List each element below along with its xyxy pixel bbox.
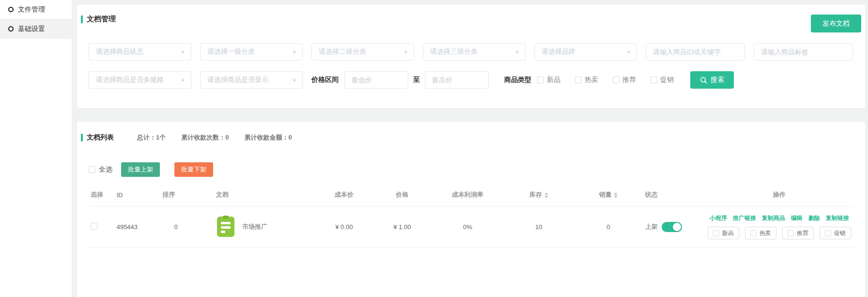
col-sort: 排序 [160, 186, 214, 206]
sidebar-item-label: 文件管理 [18, 5, 45, 14]
filter-row-1: 请选择商品状态 ∨ 请选择一级分类 ∨ 请选择二级分类 ∨ 请选择三级分类 ∨ … [77, 43, 865, 61]
edit-link[interactable]: 编辑 [791, 214, 803, 222]
sidebar-item-label: 基础设置 [18, 25, 45, 33]
col-stock: 库存 [504, 186, 574, 206]
panel-header: 文档管理 发布文档 [77, 11, 865, 32]
title-accent-bar [81, 134, 83, 141]
document-management-panel: 文档管理 发布文档 请选择商品状态 ∨ 请选择一级分类 ∨ 请选择二级分类 ∨ [77, 5, 865, 108]
tag-box-recommend[interactable]: 推荐 [782, 227, 814, 239]
sidebar-item-file-management[interactable]: 文件管理 [0, 0, 72, 19]
chevron-down-icon: ∨ [181, 49, 185, 54]
promo-checkbox[interactable] [651, 77, 657, 83]
visibility-select[interactable]: 请选择商品是否显示 ∨ [200, 71, 303, 89]
col-cost-price: 成本价 [315, 186, 373, 206]
stock-sort-control[interactable] [544, 192, 548, 198]
col-price: 价格 [373, 186, 431, 206]
batch-on-shelf-button[interactable]: 批量上架 [121, 162, 160, 177]
col-profit-rate: 成本利润率 [431, 186, 504, 206]
document-icon [216, 216, 235, 238]
mini-program-link[interactable]: 小程序 [710, 214, 727, 222]
type-option-promo[interactable]: 促销 [651, 76, 674, 84]
row-price: ¥ 1.00 [373, 206, 431, 248]
sort-up-icon[interactable] [614, 192, 618, 195]
promo-link[interactable]: 推广链接 [733, 214, 756, 222]
sort-up-icon[interactable] [544, 192, 548, 195]
select-all-checkbox[interactable] [89, 166, 95, 173]
tag-box-promo[interactable]: 促销 [820, 227, 851, 239]
table-row: 495443 0 市场推广 [89, 206, 853, 248]
circle-icon [8, 7, 14, 12]
sales-sort-control[interactable] [614, 192, 618, 198]
col-select: 选择 [89, 186, 115, 206]
product-status-select[interactable]: 请选择商品状态 ∨ [89, 43, 191, 61]
col-id: ID [115, 186, 161, 206]
copy-url-link[interactable]: 复制链接 [826, 214, 849, 222]
col-document: 文档 [214, 186, 315, 206]
tag-hot-checkbox[interactable] [750, 230, 757, 236]
row-sort: 0 [160, 206, 214, 248]
select-all[interactable]: 全选 [89, 165, 112, 174]
chevron-down-icon: ∨ [292, 77, 296, 82]
category-level3-select[interactable]: 请选择三级分类 ∨ [423, 43, 526, 61]
list-header: 文档列表 总计：1个 累计收款次数：0 累计收款金额：0 [77, 133, 865, 142]
type-option-new[interactable]: 新品 [537, 76, 560, 84]
category-level2-select[interactable]: 请选择二级分类 ∨ [311, 43, 414, 61]
chevron-down-icon: ∨ [403, 49, 408, 54]
batch-off-shelf-button[interactable]: 批量下架 [174, 162, 213, 177]
list-title: 文档列表 [81, 133, 114, 142]
stat-payment-count: 累计收款次数：0 [181, 133, 229, 142]
min-price-input[interactable] [344, 71, 408, 89]
document-cell: 市场推广 [216, 216, 313, 238]
product-tag-input[interactable] [754, 43, 853, 61]
stat-total: 总计：1个 [137, 133, 166, 142]
list-stats: 总计：1个 累计收款次数：0 累计收款金额：0 [137, 133, 292, 142]
title-accent-bar [81, 16, 83, 23]
document-table: 选择 ID 排序 文档 成本价 价格 成本利润率 库存 销量 状态 [89, 186, 853, 248]
recommend-checkbox[interactable] [613, 77, 620, 83]
tag-new-checkbox[interactable] [713, 230, 719, 236]
tag-box-new[interactable]: 新品 [708, 227, 739, 239]
status-toggle[interactable] [662, 222, 682, 232]
product-type-label: 商品类型 [504, 76, 531, 84]
status-cell: 上架 [645, 222, 703, 232]
row-sales: 0 [574, 206, 643, 248]
brand-select[interactable]: 请选择品牌 ∨ [534, 43, 637, 61]
type-option-recommend[interactable]: 推荐 [613, 76, 636, 84]
price-range-label: 价格区间 [311, 76, 339, 84]
multi-spec-select[interactable]: 请选择商品是否多规格 ∨ [89, 71, 191, 89]
filter-row-2: 请选择商品是否多规格 ∨ 请选择商品是否显示 ∨ 价格区间 至 商品类型 新品 [77, 71, 865, 89]
row-cost-price: ¥ 0.00 [315, 206, 373, 248]
category-level1-select[interactable]: 请选择一级分类 ∨ [200, 43, 303, 61]
tag-promo-checkbox[interactable] [825, 230, 831, 236]
chevron-down-icon: ∨ [626, 49, 631, 54]
page: 文件管理 基础设置 文档管理 发布文档 请选择商品状态 ∨ [0, 0, 868, 297]
col-actions: 操作 [705, 186, 853, 206]
sidebar-item-basic-settings[interactable]: 基础设置 [0, 19, 72, 39]
row-checkbox[interactable] [91, 223, 97, 230]
search-button[interactable]: 搜索 [690, 71, 734, 89]
max-price-input[interactable] [425, 71, 489, 89]
type-option-hot[interactable]: 热卖 [575, 76, 598, 84]
toggle-knob [673, 223, 681, 231]
table-header-row: 选择 ID 排序 文档 成本价 价格 成本利润率 库存 销量 状态 [89, 186, 853, 206]
copy-product-link[interactable]: 复制商品 [762, 214, 785, 222]
new-checkbox[interactable] [537, 77, 544, 83]
chevron-down-icon: ∨ [292, 49, 296, 54]
col-sales: 销量 [574, 186, 643, 206]
status-label: 上架 [645, 222, 658, 231]
tag-box-hot[interactable]: 热卖 [745, 227, 776, 239]
row-actions: 小程序 推广链接 复制商品 编辑 删除 复制链接 [707, 214, 852, 239]
keyword-input[interactable] [646, 43, 745, 61]
to-label: 至 [413, 76, 420, 84]
document-list-panel: 文档列表 总计：1个 累计收款次数：0 累计收款金额：0 全选 批量上架 批量下… [77, 122, 865, 297]
sort-down-icon[interactable] [614, 196, 618, 198]
stat-payment-amount: 累计收款金额：0 [244, 133, 292, 142]
publish-document-button[interactable]: 发布文档 [811, 15, 861, 32]
document-name: 市场推广 [242, 222, 267, 231]
hot-checkbox[interactable] [575, 77, 582, 83]
tag-recommend-checkbox[interactable] [788, 230, 794, 236]
sort-down-icon[interactable] [544, 196, 548, 198]
delete-link[interactable]: 删除 [808, 214, 820, 222]
circle-icon [8, 26, 14, 31]
sidebar: 文件管理 基础设置 [0, 0, 72, 297]
